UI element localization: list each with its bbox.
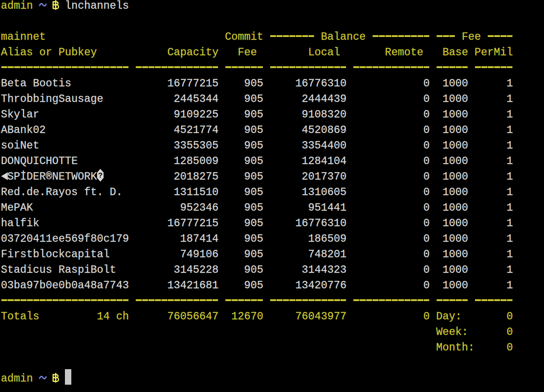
- svg-text:?: ?: [98, 172, 103, 180]
